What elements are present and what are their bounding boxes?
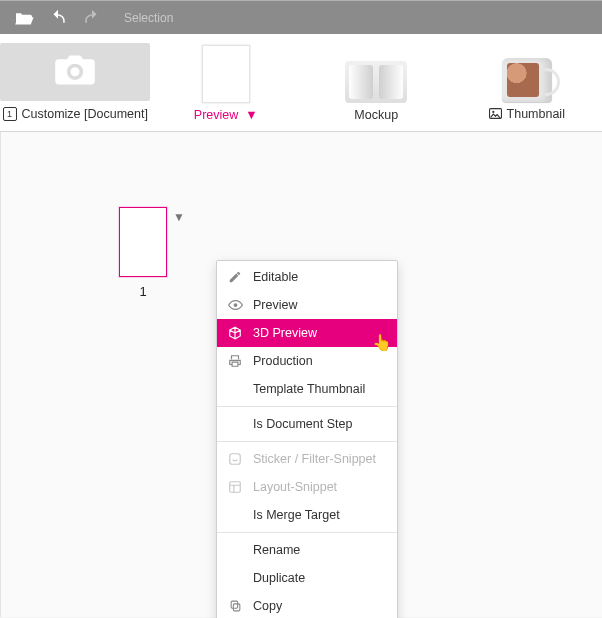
- page-number: 1: [119, 284, 167, 299]
- menu-sticker: Sticker / Filter-Snippet: [217, 445, 397, 473]
- menu-editable[interactable]: Editable: [217, 263, 397, 291]
- camera-icon: [52, 52, 98, 92]
- tab-mockup-label: Mockup: [354, 109, 398, 128]
- tab-customize-label: 1 Customize [Document]: [3, 107, 148, 127]
- svg-point-1: [492, 110, 494, 112]
- image-icon: [489, 108, 502, 122]
- customize-badge: 1: [3, 107, 17, 121]
- preview-thumb: [202, 45, 250, 103]
- pencil-icon: [227, 270, 243, 284]
- menu-separator: [217, 406, 397, 407]
- menu-layout-snippet: Layout-Snippet: [217, 473, 397, 501]
- menu-separator: [217, 441, 397, 442]
- customize-thumb: [0, 43, 150, 101]
- sticker-icon: [227, 452, 243, 466]
- svg-rect-6: [231, 601, 238, 608]
- eye-icon: [227, 299, 243, 311]
- layout-icon: [227, 480, 243, 494]
- svg-rect-5: [233, 604, 240, 611]
- menu-is-document-step[interactable]: Is Document Step: [217, 410, 397, 438]
- menu-copy[interactable]: Copy: [217, 592, 397, 618]
- mockup-thumb: [345, 61, 407, 103]
- preview-dropdown: Editable Preview 3D Preview Production T…: [216, 260, 398, 618]
- menu-is-merge-target[interactable]: Is Merge Target: [217, 501, 397, 529]
- menu-template-thumbnail[interactable]: Template Thumbnail: [217, 375, 397, 403]
- menu-duplicate[interactable]: Duplicate: [217, 564, 397, 592]
- redo-icon: [82, 9, 102, 27]
- svg-rect-4: [230, 482, 241, 493]
- menu-production[interactable]: Production: [217, 347, 397, 375]
- topbar: Selection: [0, 0, 602, 34]
- copy-icon: [227, 599, 243, 613]
- undo-icon[interactable]: [48, 9, 68, 27]
- svg-rect-3: [230, 454, 241, 465]
- menu-separator: [217, 532, 397, 533]
- tab-preview[interactable]: Preview ▼: [151, 45, 302, 128]
- print-icon: [227, 354, 243, 368]
- menu-3d-preview[interactable]: 3D Preview: [217, 319, 397, 347]
- body-area: ges ▼ 1 Style Editable Preview 3D Previe…: [0, 132, 602, 617]
- caret-down-icon: ▼: [245, 109, 257, 122]
- selection-mode-label: Selection: [124, 11, 173, 25]
- page-thumb-menu-icon[interactable]: ▼: [173, 210, 185, 224]
- tabstrip: 1 Customize [Document] Preview ▼ Mockup …: [0, 34, 602, 132]
- thumbnail-thumb: [502, 58, 552, 102]
- menu-preview[interactable]: Preview: [217, 291, 397, 319]
- svg-point-2: [233, 303, 237, 307]
- page-thumb-1[interactable]: [119, 207, 167, 277]
- open-folder-icon[interactable]: [14, 10, 34, 26]
- tab-thumbnail-label: Thumbnail: [489, 108, 565, 128]
- tab-preview-label: Preview ▼: [194, 109, 258, 128]
- tab-thumbnail[interactable]: Thumbnail: [452, 58, 603, 128]
- tab-customize[interactable]: 1 Customize [Document]: [0, 43, 151, 127]
- tab-mockup[interactable]: Mockup: [301, 61, 452, 128]
- cube-icon: [227, 326, 243, 340]
- menu-rename[interactable]: Rename: [217, 536, 397, 564]
